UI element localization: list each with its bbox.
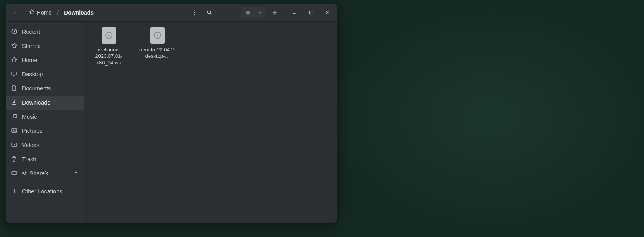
sidebar-item-trash[interactable]: Trash: [6, 152, 84, 166]
music-icon: [11, 113, 17, 121]
maximize-button[interactable]: [303, 7, 318, 18]
close-button[interactable]: [320, 7, 335, 18]
file-item[interactable]: archlinux-2023.07.01-x86_64.iso: [89, 27, 128, 66]
breadcrumb-current[interactable]: Downloads: [62, 8, 96, 17]
drive-icon: [11, 170, 17, 177]
svg-point-2: [194, 14, 195, 15]
sidebar-item-label: Desktop: [22, 71, 43, 77]
sidebar-item-videos[interactable]: Videos: [6, 138, 84, 152]
back-button[interactable]: [8, 6, 22, 19]
disc-image-icon: [150, 27, 165, 44]
sidebar-item-label: Trash: [22, 156, 37, 162]
picture-icon: [11, 127, 17, 135]
svg-point-13: [15, 173, 16, 173]
sidebar-item-downloads[interactable]: Downloads: [6, 96, 84, 110]
svg-point-1: [194, 12, 195, 13]
file-label: ubuntu-22.04.2-desktop-…: [138, 47, 177, 60]
sidebar-item-music[interactable]: Music: [6, 110, 84, 124]
sidebar-item-label: Music: [22, 114, 37, 120]
breadcrumb: Home / Downloads: [27, 7, 96, 17]
view-options-button[interactable]: [254, 7, 266, 18]
sidebar-item-starred[interactable]: Starred: [6, 39, 84, 53]
file-label: archlinux-2023.07.01-x86_64.iso: [89, 47, 128, 66]
sidebar-item-label: Documents: [22, 85, 51, 92]
sidebar-item-pictures[interactable]: Pictures: [6, 124, 84, 138]
search-button[interactable]: [203, 7, 216, 18]
sidebar-item-sf-sharex[interactable]: sf_ShareX: [6, 166, 84, 180]
eject-button[interactable]: [74, 170, 79, 176]
sidebar-item-label: Pictures: [22, 128, 42, 134]
sidebar-item-label: Recent: [22, 29, 40, 35]
sidebar-item-recent[interactable]: Recent: [6, 25, 84, 39]
document-icon: [11, 85, 17, 92]
sidebar-item-label: sf_ShareX: [22, 170, 49, 176]
svg-rect-6: [12, 72, 17, 75]
sidebar-item-label: Videos: [22, 142, 39, 148]
path-menu-button[interactable]: [188, 7, 201, 18]
file-grid[interactable]: archlinux-2023.07.01-x86_64.iso ubuntu-2…: [84, 22, 337, 223]
window-controls: [285, 7, 335, 18]
svg-point-8: [15, 117, 16, 118]
plus-icon: [11, 188, 17, 195]
view-mode-group: [241, 7, 266, 18]
sidebar-item-label: Downloads: [22, 99, 50, 106]
breadcrumb-home-label: Home: [37, 9, 51, 16]
home-icon: [29, 9, 35, 16]
minimize-button[interactable]: [287, 7, 302, 18]
desktop-icon: [11, 71, 17, 78]
trash-icon: [11, 156, 17, 163]
sidebar-item-desktop[interactable]: Desktop: [6, 67, 84, 81]
breadcrumb-home[interactable]: Home: [27, 7, 54, 17]
file-item[interactable]: ubuntu-22.04.2-desktop-…: [138, 27, 177, 66]
sidebar-item-label: Starred: [22, 43, 41, 49]
hamburger-menu-button[interactable]: [268, 7, 281, 18]
breadcrumb-separator: /: [57, 9, 59, 16]
titlebar: Home / Downloads: [6, 4, 337, 22]
sidebar: Recent Starred Home Desktop Documents Do…: [6, 22, 84, 223]
breadcrumb-current-label: Downloads: [64, 9, 94, 16]
sidebar-item-documents[interactable]: Documents: [6, 81, 84, 96]
download-icon: [11, 99, 17, 107]
sidebar-item-label: Home: [22, 57, 37, 63]
video-icon: [11, 141, 17, 149]
svg-point-7: [12, 117, 13, 118]
sidebar-item-home[interactable]: Home: [6, 53, 84, 67]
home-icon: [11, 57, 17, 64]
sidebar-item-other-locations[interactable]: Other Locations: [6, 184, 84, 198]
svg-point-0: [194, 10, 195, 11]
star-icon: [11, 42, 17, 50]
disc-image-icon: [102, 27, 116, 44]
clock-icon: [11, 28, 17, 36]
list-view-button[interactable]: [242, 7, 254, 18]
file-manager-window: Home / Downloads: [6, 4, 337, 223]
svg-rect-4: [310, 11, 312, 14]
svg-point-3: [207, 11, 211, 14]
sidebar-item-label: Other Locations: [22, 188, 62, 195]
